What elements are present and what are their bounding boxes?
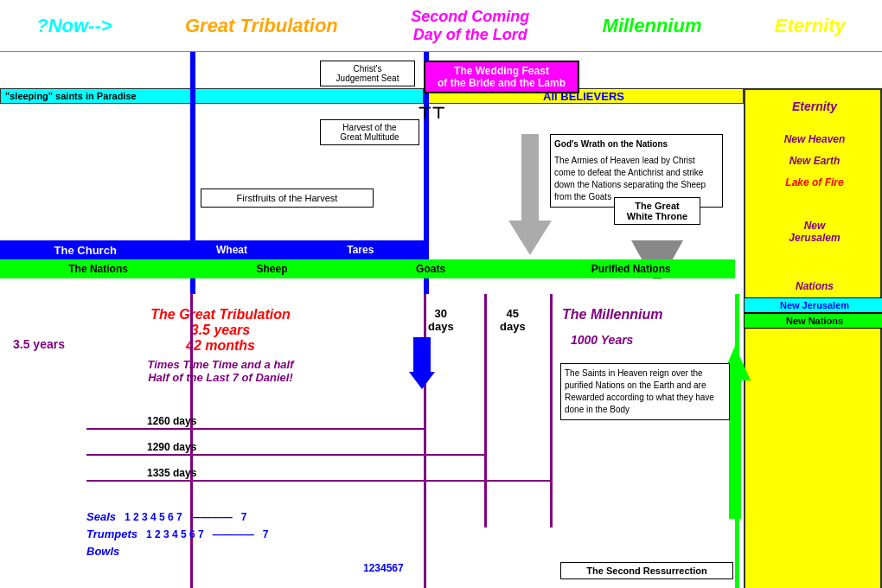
new-heaven-label: New Heaven [750, 133, 879, 145]
header-great-tribulation: Great Tribulation [185, 15, 338, 37]
nations-bar: The Nations Sheep Goats Purified Nations [0, 259, 735, 278]
lake-fire-label: Lake of Fire [750, 176, 879, 189]
gray-arrow-down-icon [508, 134, 552, 255]
days-45-label: 45 days [500, 307, 526, 333]
header-second-coming: Second Coming Day of the Lord [411, 8, 529, 44]
firstfruits-box: Firstfruits of the Harvest [201, 189, 374, 208]
main-container: ?Now--> Great Tribulation Second Coming … [0, 0, 882, 588]
days-1260-line [86, 428, 424, 430]
church-bar: The Church Wheat Tares [0, 240, 424, 259]
purple-line-3 [484, 294, 487, 527]
new-jerusalem-bar: New Jerusalem [744, 297, 882, 313]
saints-heaven-box: The Saints in Heaven reign over the puri… [560, 363, 730, 420]
christ-judgement-box: Christ's Judgement Seat [320, 61, 415, 86]
seals-row: Seals 1 2 3 4 5 6 7 ———— 7 [86, 510, 246, 523]
goats-label: Goats [416, 263, 445, 275]
gods-wrath-title: God's Wrath on the Nations [554, 138, 719, 150]
header-eternity: Eternity [775, 15, 846, 37]
bowls-numbers: 1234567 [363, 562, 404, 574]
nations-label: The Nations [68, 263, 128, 275]
eternity-area: Eternity New Heaven New Earth Lake of Fi… [744, 88, 882, 588]
new-jerusalem-right-label: New Jerusalem [750, 220, 879, 244]
great-trib-years: 3.5 years [104, 323, 337, 338]
second-ressurrection-box: The Second Ressurrection [560, 562, 733, 579]
new-nations-bar: New Nations [744, 313, 882, 329]
millennium-bottom-label: The Millennium [562, 307, 662, 323]
blue-arrow-down-icon [409, 337, 435, 389]
header-now: ?Now--> [36, 15, 112, 37]
great-white-throne-box: The Great White Throne [614, 197, 700, 225]
svg-marker-0 [508, 134, 552, 255]
header-row: ?Now--> Great Tribulation Second Coming … [0, 0, 882, 52]
armies-heaven-text: The Armies of Heaven lead by Christ come… [554, 155, 719, 203]
days-30-label: 30 days [428, 307, 454, 333]
church-label: The Church [54, 244, 117, 257]
eternity-right-label: Eternity [745, 99, 882, 114]
great-trib-months: 42 months [104, 338, 337, 354]
sleeping-saints-bar: "sleeping" saints in Paradise [0, 88, 424, 104]
diagram: Eternity New Heaven New Earth Lake of Fi… [0, 52, 882, 588]
days-1335-line [86, 480, 550, 482]
days-1290-label: 1290 days [147, 441, 196, 453]
bottom-content: 3.5 years The Great Tribulation 3.5 year… [0, 294, 744, 588]
wedding-feast-box: The Wedding Feast of the Bride and the L… [424, 61, 579, 93]
days-1260-label: 1260 days [147, 415, 196, 427]
days-1335-label: 1335 days [147, 467, 196, 479]
purple-line-4 [550, 294, 553, 527]
new-earth-label: New Earth [750, 155, 879, 167]
purified-nations-label: Purified Nations [591, 263, 671, 275]
tares-label: Tares [347, 244, 374, 256]
half-of-last: Half of the Last 7 of Daniel! [104, 371, 337, 384]
days-1290-line [86, 454, 484, 456]
years-35-label: 3.5 years [13, 337, 65, 351]
nations-right-label: Nations [750, 280, 879, 292]
great-trib-title: The Great Tribulation [104, 307, 337, 323]
wheat-label: Wheat [216, 244, 247, 256]
gt-bottom-text: The Great Tribulation 3.5 years 42 month… [104, 307, 337, 384]
bowls-row: Bowls [86, 545, 119, 558]
times-label: Times Time Time and a half [104, 358, 337, 371]
years-1000-label: 1000 Years [571, 333, 633, 347]
sheep-label: Sheep [257, 263, 288, 275]
header-millennium: Millennium [603, 15, 702, 37]
svg-marker-2 [409, 337, 435, 389]
trumpets-row: Trumpets 1 2 3 4 5 6 7 ———— 7 [86, 527, 268, 540]
tuning-fork-icon: ⊤⊤ [418, 104, 445, 123]
harvest-box: Harvest of the Great Multitude [320, 119, 419, 145]
